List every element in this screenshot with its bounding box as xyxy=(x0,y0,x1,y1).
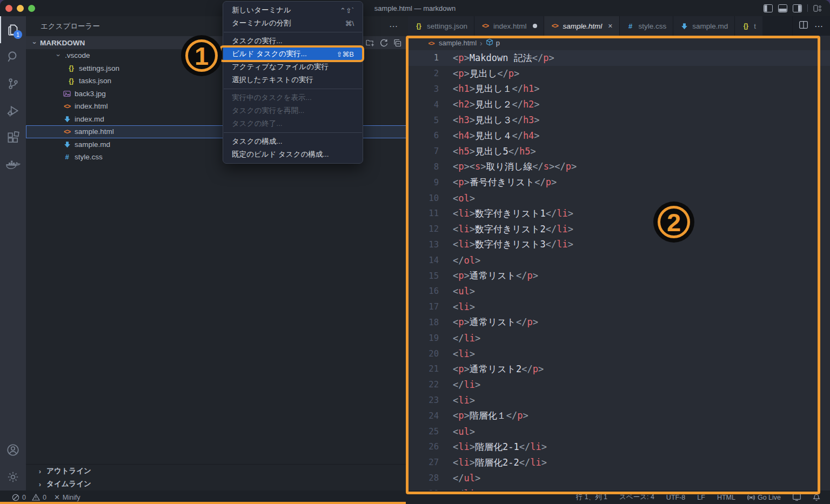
code-line-14[interactable]: 14</ol> xyxy=(408,252,830,268)
status-item[interactable]: UTF-8 xyxy=(666,494,685,501)
line-number: 1 xyxy=(408,53,439,63)
code-area[interactable]: 1<p>Makdown 記法</p>2<p>見出し</p>3<h1>見出し１</… xyxy=(408,50,830,490)
breadcrumb[interactable]: <> sample.html › p xyxy=(408,36,830,50)
source-control-icon[interactable] xyxy=(0,70,26,97)
chevron-right-icon: › xyxy=(37,467,43,475)
breadcrumb-file[interactable]: sample.html xyxy=(439,39,477,47)
warning-count: 0 xyxy=(43,494,46,501)
line-number: 16 xyxy=(408,286,439,296)
breadcrumb-separator: › xyxy=(480,39,483,48)
code-line-18[interactable]: 18<p>通常リスト</p> xyxy=(408,315,830,331)
code-line-7[interactable]: 7<h5>見出し5</h5> xyxy=(408,144,830,159)
problems-indicator[interactable]: 0 0 xyxy=(12,494,46,501)
symbol-cube-icon xyxy=(486,38,493,48)
code-line-10[interactable]: 10<ol> xyxy=(408,190,830,206)
chevron-down-icon: › xyxy=(55,52,63,59)
menu-item[interactable]: 選択したテキストの実行 xyxy=(223,73,363,86)
code-line-20[interactable]: 20<li> xyxy=(408,346,830,361)
menu-item[interactable]: ビルド タスクの実行...⇧⌘B xyxy=(223,48,363,61)
line-number: 13 xyxy=(408,240,439,250)
menu-item[interactable]: タスクの構成... xyxy=(223,135,363,148)
tab-t[interactable]: {}t xyxy=(735,16,762,36)
close-tab-icon[interactable]: × xyxy=(608,22,612,30)
refresh-icon[interactable] xyxy=(380,39,388,47)
split-editor-icon[interactable] xyxy=(799,21,808,31)
minify-status[interactable]: ✕ Minify xyxy=(54,493,81,501)
code-line-11[interactable]: 11<li>数字付きリスト1</li> xyxy=(408,206,830,221)
tab-index.html[interactable]: <>index.html xyxy=(474,16,544,36)
tab-sample.md[interactable]: sample.md xyxy=(673,16,735,36)
collapse-all-icon[interactable] xyxy=(393,39,401,47)
code-line-16[interactable]: 16<ul> xyxy=(408,284,830,299)
code-line-22[interactable]: 22</li> xyxy=(408,377,830,393)
menu-item[interactable]: ターミナルの分割⌘\ xyxy=(223,17,363,30)
code-line-29[interactable]: 29</li> xyxy=(408,486,830,490)
search-icon[interactable] xyxy=(0,43,26,70)
menu-item[interactable]: 新しいターミナル⌃⇧` xyxy=(223,4,363,17)
minify-label: Minify xyxy=(63,494,81,501)
close-window-button[interactable] xyxy=(5,5,12,12)
code-line-15[interactable]: 15<p>通常リスト</p> xyxy=(408,268,830,284)
code-line-4[interactable]: 4<h2>見出し２</h2> xyxy=(408,97,830,112)
zoom-window-button[interactable] xyxy=(28,5,35,12)
account-icon[interactable] xyxy=(0,436,26,463)
settings-gear-icon[interactable] xyxy=(0,463,26,490)
tab-label: index.html xyxy=(493,22,527,30)
code-line-2[interactable]: 2<p>見出し</p> xyxy=(408,66,830,82)
docker-icon[interactable] xyxy=(0,151,26,178)
status-item[interactable]: 行 1、列 1 xyxy=(576,493,607,502)
menu-item[interactable]: 既定のビルド タスクの構成... xyxy=(223,148,363,161)
line-text: <li> xyxy=(453,348,475,359)
code-line-13[interactable]: 13<li>数字付きリスト3</li> xyxy=(408,237,830,253)
code-line-5[interactable]: 5<h3>見出し３</h3> xyxy=(408,112,830,128)
line-number: 26 xyxy=(408,442,439,452)
code-line-1[interactable]: 1<p>Makdown 記法</p> xyxy=(408,50,830,66)
toggle-secondary-sidebar-icon[interactable] xyxy=(793,4,802,12)
code-line-28[interactable]: 28</ul> xyxy=(408,471,830,486)
explorer-icon[interactable]: 1 xyxy=(0,16,26,43)
code-line-12[interactable]: 12<li>数字付きリスト2</li> xyxy=(408,221,830,237)
minimize-window-button[interactable] xyxy=(17,5,24,12)
tab-settings.json[interactable]: {}settings.json xyxy=(408,16,474,36)
code-line-6[interactable]: 6<h4>見出し４</h4> xyxy=(408,128,830,144)
toggle-panel-icon[interactable] xyxy=(778,4,787,12)
code-line-8[interactable]: 8<p><s>取り消し線</s></p> xyxy=(408,159,830,175)
sidebar-section-アウトライン[interactable]: ›アウトライン xyxy=(26,465,408,478)
code-line-24[interactable]: 24<p>階層化１</p> xyxy=(408,408,830,424)
customize-layout-icon[interactable] xyxy=(813,4,822,12)
go-live-button[interactable]: Go Live xyxy=(747,494,781,501)
screencast-icon[interactable] xyxy=(793,494,801,501)
toggle-sidebar-icon[interactable] xyxy=(764,4,773,12)
status-item[interactable]: LF xyxy=(697,494,705,501)
sidebar-bottom-sections: ›アウトライン›タイムライン xyxy=(26,464,408,490)
line-text: </li> xyxy=(453,379,480,390)
menu-item[interactable]: タスクの実行... xyxy=(223,35,363,48)
new-folder-icon[interactable] xyxy=(366,39,374,46)
run-debug-icon[interactable] xyxy=(0,97,26,124)
html-icon: <> xyxy=(551,22,559,30)
extensions-icon[interactable] xyxy=(0,124,26,151)
line-number: 9 xyxy=(408,178,439,187)
code-line-17[interactable]: 17<li> xyxy=(408,299,830,315)
code-line-19[interactable]: 19</li> xyxy=(408,330,830,346)
code-line-27[interactable]: 27<li>階層化2-2</li> xyxy=(408,455,830,471)
tab-style.css[interactable]: #style.css xyxy=(620,16,674,36)
breadcrumb-symbol[interactable]: p xyxy=(496,39,500,47)
line-number: 28 xyxy=(408,473,439,483)
tab-sample.html[interactable]: <>sample.html× xyxy=(544,16,620,36)
sidebar-title: エクスプローラー xyxy=(41,22,100,31)
notifications-bell-icon[interactable] xyxy=(813,494,820,501)
status-item[interactable]: スペース: 4 xyxy=(619,493,654,502)
editor-more-actions-icon[interactable]: ⋯ xyxy=(814,21,824,31)
code-line-9[interactable]: 9<p>番号付きリスト</p> xyxy=(408,174,830,190)
views-more-actions-icon[interactable]: ⋯ xyxy=(389,21,398,31)
code-line-21[interactable]: 21<p>通常リスト2</p> xyxy=(408,361,830,377)
menu-item[interactable]: アクティブなファイルの実行 xyxy=(223,61,363,73)
code-line-25[interactable]: 25<ul> xyxy=(408,424,830,439)
code-line-3[interactable]: 3<h1>見出し１</h1> xyxy=(408,82,830,97)
sidebar-section-タイムライン[interactable]: ›タイムライン xyxy=(26,478,408,490)
code-line-23[interactable]: 23<li> xyxy=(408,393,830,408)
status-item[interactable]: HTML xyxy=(717,494,735,501)
go-live-label: Go Live xyxy=(758,494,781,501)
code-line-26[interactable]: 26<li>階層化2-1</li> xyxy=(408,439,830,455)
